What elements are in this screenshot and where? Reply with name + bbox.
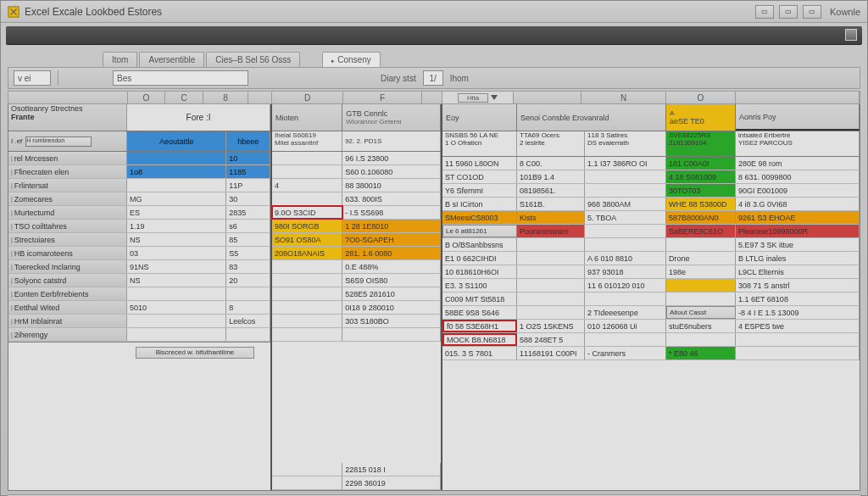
panel-name: Fore :I: [127, 104, 270, 131]
dhead-n: Senoi Consble Erovanrald: [517, 104, 666, 131]
row-label: Frlintersat: [14, 181, 48, 190]
colhead-blank2[interactable]: [422, 92, 442, 103]
row-label: Eonten Eerbfrrebients: [14, 290, 89, 298]
tb-label-4: Ihom: [450, 74, 469, 83]
colhead-h[interactable]: Hita: [442, 92, 514, 103]
right-row: MOCK B8.N6818588 248ET 5: [442, 333, 860, 347]
lh-a-top: Osotteanry: [11, 104, 48, 113]
colhead-8[interactable]: 8: [203, 92, 248, 103]
right-row: f0 58 S3E68H11 O2S 1SKENS010 126068 Uist…: [442, 320, 860, 333]
right-row: Le 6 atl81261PooraneswareSaBERE8C61OPlea…: [442, 225, 860, 238]
right-row: B sI ICirtonS161B.968 3800AMWHE 88 S3800…: [442, 198, 860, 211]
tab-bar: Itom Aversentible Cies–B Sel 56 Osss ▸Co…: [8, 50, 867, 67]
left-row: |Toerecked Inclaring91NS83: [8, 260, 270, 274]
row-label: Eetthal Wited: [14, 304, 60, 312]
window-btn-1[interactable]: ▭: [755, 5, 774, 19]
lh-b-top: Strectnes: [51, 104, 83, 113]
app-window: Excel Excale Lookbed Estores ▭ ▭ ▭ Kownl…: [0, 0, 868, 496]
right-row: 58BE 9S8 S6462 TIdeeesenpeAltout Casst-8…: [442, 306, 860, 320]
col-b-subhead[interactable]: Aeoutattle: [127, 131, 226, 151]
mid-row: S6S9 OIS80: [272, 274, 441, 287]
tab-1[interactable]: Aversentible: [139, 52, 204, 67]
left-row: |Eetthal Wited50108: [8, 301, 270, 315]
window-title: Excel Excale Lookbed Estores: [25, 6, 162, 18]
mid-row: 528E5 281610: [272, 287, 441, 301]
left-footer-btn[interactable]: Biscreced w. bifuthantilme: [136, 347, 254, 359]
left-row: |StrectoiaresNS85: [8, 233, 270, 247]
right-row: B O/BSanbbssns5.E97 3 SK ittue: [442, 238, 860, 252]
app-icon: [8, 6, 19, 18]
row-label: Zomecares: [14, 195, 53, 203]
lh-sub-a: I .ef: [11, 137, 22, 145]
mid-row: S60 0.106080: [272, 165, 441, 179]
tab-3[interactable]: ▸Conseny: [322, 52, 380, 67]
left-row: |ZomecaresMG30: [8, 192, 270, 206]
colhead-d[interactable]: D: [272, 92, 343, 103]
row-label: Murtectumd: [14, 209, 55, 217]
titlebar: Excel Excale Lookbed Estores ▭ ▭ ▭ Kownl…: [1, 1, 867, 23]
row-label: rel Mrcessen: [14, 154, 58, 163]
mid-row: 980I SORGB1 28 1E8010: [272, 220, 441, 233]
right-row: 11 5960 L80ON8 C00.1.1 I37 386RO OI181 C…: [442, 157, 860, 170]
mid-row: 96 I.S 23800: [272, 152, 441, 165]
col-c-subhead[interactable]: hbeee: [226, 131, 270, 151]
right-row: E3. 3 S110011 6 010120 010308 71 S anstr…: [442, 279, 860, 293]
mid-row: 0.E 488%: [272, 260, 441, 274]
right-row: 10 818610H6OI937 93018198eL9CL Elternis: [442, 265, 860, 279]
mid-row: 488 380010: [272, 179, 441, 192]
row-label: 2iherengy: [14, 331, 48, 339]
colhead-c[interactable]: C: [165, 92, 203, 103]
left-row: |TSO coilttahres1.19s6: [8, 220, 270, 233]
mid-row: 633. 800IS: [272, 192, 441, 206]
colhead-blank1[interactable]: [248, 92, 272, 103]
help-label: Kownle: [830, 7, 860, 17]
toolbar-squares-icon[interactable]: [845, 29, 857, 41]
row-label: Strectoiares: [14, 236, 55, 244]
colhead-o[interactable]: O: [128, 92, 165, 103]
tb-toggle[interactable]: 1/: [423, 70, 443, 86]
lh-sub-btn[interactable]: H rombrendon: [25, 137, 92, 147]
mid-row: 208O18ANAIS281. 1.6 0080: [272, 247, 441, 260]
right-row: ST CO1OD101B9 1.44.18 S0810098 631. 0099…: [442, 170, 860, 184]
colhead-o2[interactable]: O: [666, 92, 736, 103]
colhead-blank3[interactable]: [514, 92, 581, 103]
dhead-d: Mioten: [272, 104, 342, 131]
left-row: |Solyonc catstrdNS20: [8, 274, 270, 287]
colhead-n[interactable]: N: [581, 92, 666, 103]
right-row: C009 MIT St58181.1 6ET 68108: [442, 293, 860, 306]
tab-0[interactable]: Itom: [103, 52, 137, 67]
mid-row: 303 S180BO: [272, 315, 441, 328]
lh-a-sub: Frante: [11, 113, 35, 121]
row-label: Toerecked Inclaring: [14, 263, 81, 271]
colhead-f[interactable]: F: [343, 92, 422, 103]
column-header-strip: O C 8 D F Hita N O: [8, 91, 860, 104]
row-label: Ffinecraten elen: [14, 168, 70, 176]
dhead-p: Aonris Poy: [736, 104, 860, 131]
dark-toolbar: [6, 26, 862, 45]
left-row: |HrM InblainratLeelcos: [8, 315, 270, 328]
mid-row: SO91 OS80A7O0-SGAPEH: [272, 233, 441, 247]
left-row: |Frlintersat11P: [8, 179, 270, 192]
colhead-p[interactable]: [736, 92, 860, 103]
row-label: HrM Inblainrat: [14, 317, 63, 326]
window-btn-2[interactable]: ▭: [779, 5, 798, 19]
row-label: Solyonc catstrd: [14, 276, 67, 285]
tb-field-2[interactable]: Bes: [113, 70, 248, 86]
row-label: TSO coilttahres: [14, 222, 67, 231]
tb-field-1[interactable]: v ei: [14, 70, 51, 86]
mid-row: [272, 328, 441, 342]
window-btn-3[interactable]: ▭: [803, 5, 821, 19]
left-row: |rel Mrcessen10: [8, 152, 270, 165]
right-row: 015. 3 S 780111168191 C00PI- Cranmers* E…: [442, 347, 860, 360]
left-row: |Ffinecraten elen1o81185: [8, 165, 270, 179]
right-row: E1 0 662CIHDIA 6 010 8810DroneB LTLG ina…: [442, 252, 860, 265]
mid-row: 9.0O S3CID- I.5 SS698: [272, 206, 441, 220]
left-row: |HB icomaroteens03S5: [8, 247, 270, 260]
dhead-h: Eoy: [442, 104, 517, 131]
row-label: HB icomaroteens: [14, 249, 73, 258]
mid-row: 0I18 9 280010: [272, 301, 441, 315]
secondary-toolbar: v ei Bes Diary stst 1/ Ihom: [8, 67, 860, 89]
left-row: |2iherengy: [8, 328, 270, 342]
tab-2[interactable]: Cies–B Sel 56 Osss: [206, 52, 300, 67]
right-row: Y6 SfernmI08198561.30TO70390GI E001009: [442, 184, 860, 198]
